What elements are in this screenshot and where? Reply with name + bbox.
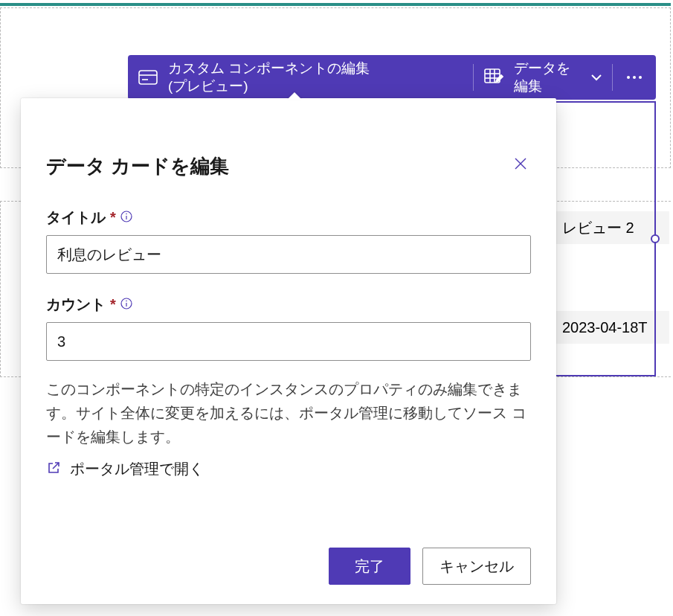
open-in-portal-label: ポータル管理で開く bbox=[70, 459, 204, 479]
field-title-label: タイトル bbox=[46, 208, 106, 228]
count-input[interactable] bbox=[46, 322, 531, 361]
toolbar-title-line2: (プレビュー) bbox=[168, 77, 370, 95]
done-button[interactable]: 完了 bbox=[329, 548, 410, 585]
close-icon bbox=[513, 156, 528, 171]
edit-data-card-dialog: データ カードを編集 タイトル * カウント * bbox=[21, 98, 556, 604]
toolbar-title-text: カスタム コンポーネントの編集 (プレビュー) bbox=[168, 60, 370, 95]
resize-handle-right[interactable] bbox=[651, 234, 660, 243]
open-in-portal-link[interactable]: ポータル管理で開く bbox=[46, 459, 531, 479]
external-link-icon bbox=[46, 461, 61, 478]
table-edit-icon bbox=[484, 68, 503, 86]
close-button[interactable] bbox=[510, 153, 531, 174]
toolbar-edit-data-button[interactable]: データを 編集 bbox=[474, 55, 581, 100]
component-toolbar: カスタム コンポーネントの編集 (プレビュー) データを 編集 bbox=[128, 55, 656, 100]
info-icon[interactable] bbox=[120, 209, 132, 226]
info-icon[interactable] bbox=[120, 296, 132, 313]
toolbar-edit-data-line2: 編集 bbox=[514, 77, 570, 95]
more-icon bbox=[626, 75, 643, 80]
toolbar-more-button[interactable] bbox=[613, 55, 656, 100]
required-asterisk: * bbox=[110, 296, 116, 313]
svg-line-19 bbox=[53, 463, 59, 469]
svg-rect-0 bbox=[139, 71, 157, 84]
required-asterisk: * bbox=[110, 209, 116, 226]
cancel-button[interactable]: キャンセル bbox=[422, 548, 531, 585]
svg-point-15 bbox=[126, 214, 127, 215]
field-count: カウント * bbox=[46, 295, 531, 361]
svg-point-8 bbox=[627, 76, 630, 79]
dialog-footer: 完了 キャンセル bbox=[46, 525, 531, 585]
callout-beak bbox=[287, 92, 302, 100]
chevron-down-icon bbox=[590, 71, 603, 84]
svg-point-18 bbox=[126, 301, 127, 302]
svg-point-9 bbox=[633, 76, 636, 79]
dialog-help-text: このコンポーネントの特定のインスタンスのプロパティのみ編集できます。サイト全体に… bbox=[46, 377, 531, 449]
toolbar-title-line1: カスタム コンポーネントの編集 bbox=[168, 60, 370, 77]
toolbar-edit-data-line1: データを bbox=[514, 60, 570, 77]
toolbar-dropdown-button[interactable] bbox=[581, 55, 612, 100]
top-accent-bar bbox=[0, 3, 671, 6]
field-count-label: カウント bbox=[46, 295, 106, 315]
dialog-title: データ カードを編集 bbox=[46, 153, 229, 179]
title-input[interactable] bbox=[46, 235, 531, 274]
toolbar-edit-data-text: データを 編集 bbox=[514, 60, 570, 95]
field-title: タイトル * bbox=[46, 208, 531, 274]
card-icon bbox=[138, 70, 158, 85]
svg-point-10 bbox=[639, 76, 642, 79]
